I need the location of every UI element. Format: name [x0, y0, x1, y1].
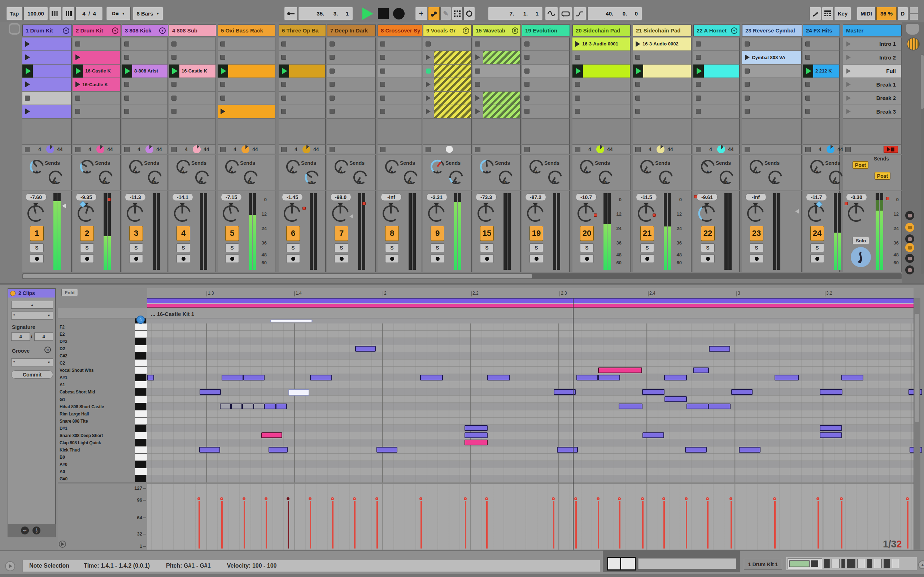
svg-text:A: A — [135, 170, 137, 174]
svg-text:A: A — [755, 170, 758, 174]
svg-text:B: B — [310, 181, 313, 185]
svg-text:B: B — [153, 181, 156, 185]
svg-text:A: A — [646, 170, 649, 174]
svg-text:A: A — [585, 170, 588, 174]
svg-text:A: A — [340, 170, 343, 174]
svg-text:B: B — [409, 181, 412, 185]
svg-text:A: A — [535, 170, 538, 174]
svg-text:B: B — [201, 181, 204, 185]
svg-text:B: B — [54, 181, 57, 185]
svg-text:B: B — [774, 181, 777, 185]
svg-text:B: B — [835, 181, 837, 185]
svg-text:B: B — [604, 181, 607, 185]
svg-text:A: A — [706, 170, 709, 174]
svg-text:B: B — [104, 181, 107, 185]
svg-text:A: A — [36, 170, 38, 174]
svg-text:A: A — [485, 170, 488, 174]
svg-text:B: B — [359, 181, 362, 185]
svg-text:A: A — [182, 170, 185, 174]
svg-text:B: B — [504, 181, 507, 185]
svg-text:A: A — [391, 170, 393, 174]
svg-text:A: A — [816, 170, 819, 174]
svg-text:B: B — [455, 181, 458, 185]
svg-text:A: A — [86, 170, 89, 174]
svg-text:B: B — [554, 181, 557, 185]
svg-text:A: A — [436, 170, 439, 174]
svg-text:B: B — [664, 181, 667, 185]
svg-text:A: A — [292, 170, 294, 174]
svg-text:B: B — [725, 181, 728, 185]
svg-text:B: B — [249, 181, 252, 185]
svg-text:A: A — [231, 170, 234, 174]
